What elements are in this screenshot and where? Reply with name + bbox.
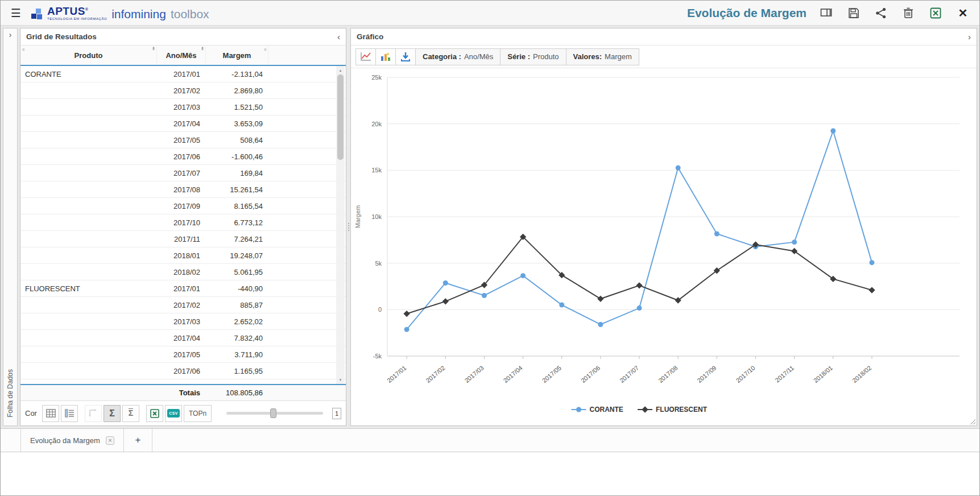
table-header: ≡ Produto ▲▼ Ano/Mês ▲▼ Margem ≡ xyxy=(20,46,346,66)
table-row[interactable]: CORANTE 2017/01 -2.131,04 xyxy=(20,66,346,82)
chart-panel: Gráfico › Categoria :Ano/Mês Série :Prod… xyxy=(350,28,977,426)
sort-icons[interactable]: ▲▼ xyxy=(201,47,204,51)
table-row[interactable]: FLUORESCENT 2017/01 -440,90 xyxy=(20,280,346,297)
table-row[interactable]: 2017/04 3.653,09 xyxy=(20,115,346,132)
resize-handle[interactable] xyxy=(970,419,975,424)
table-row[interactable]: 2017/11 7.264,21 xyxy=(20,231,346,247)
cell-ano-mes: 2017/07 xyxy=(157,169,206,177)
panel-layout-icon[interactable] xyxy=(819,6,834,20)
svg-text:2017/09: 2017/09 xyxy=(696,364,717,384)
svg-text:FLUORESCENT: FLUORESCENT xyxy=(656,406,708,414)
scroll-up-icon[interactable]: ▲ xyxy=(336,66,345,75)
table-row[interactable]: 2017/03 1.521,50 xyxy=(20,99,346,115)
app-window: ☰ APTUS® TECNOLOGIA EM INFORMAÇÃO infomi… xyxy=(0,0,980,496)
svg-text:2017/05: 2017/05 xyxy=(541,364,563,384)
cell-margem: 3.711,90 xyxy=(206,350,268,359)
cell-margem: 169,84 xyxy=(206,169,268,177)
column-header-margem[interactable]: Margem ≡ xyxy=(206,46,268,65)
svg-text:2018/01: 2018/01 xyxy=(812,364,834,384)
svg-text:2017/01: 2017/01 xyxy=(386,364,407,384)
brand-product: infomining xyxy=(111,8,166,20)
page-title: Evolução de Margem xyxy=(687,6,807,20)
close-icon[interactable]: ✕ xyxy=(956,6,970,20)
sum-average-icon[interactable]: Σ xyxy=(122,405,139,422)
category-button[interactable]: Categoria :Ano/Mês xyxy=(415,48,501,65)
table-row[interactable]: 2018/01 19.248,07 xyxy=(20,247,346,264)
sum-icon[interactable]: Σ xyxy=(104,405,121,422)
save-icon[interactable] xyxy=(846,6,861,20)
download-chart-icon[interactable] xyxy=(395,48,416,65)
tab-label: Evolução da Margem xyxy=(30,436,100,445)
table-view-icon[interactable] xyxy=(42,405,59,422)
export-excel-icon[interactable] xyxy=(928,6,943,20)
tab-evolucao-da-margem[interactable]: Evolução da Margem × xyxy=(20,429,124,452)
slider-value: 1 xyxy=(332,408,341,419)
column-menu-icon[interactable]: ≡ xyxy=(22,47,24,52)
vertical-scrollbar[interactable]: ▲ ▼ xyxy=(336,66,345,384)
svg-text:Margem: Margem xyxy=(354,205,361,228)
line-chart-icon[interactable] xyxy=(355,48,376,65)
column-header-ano-mes[interactable]: Ano/Mês ▲▼ xyxy=(157,46,206,65)
column-header-filler xyxy=(268,46,346,65)
scrollbar-thumb[interactable] xyxy=(337,75,344,160)
grid-panel-header: Grid de Resultados ‹ xyxy=(20,28,346,46)
topn-button[interactable]: TOPn xyxy=(184,405,212,422)
csv-export-icon[interactable]: CSV xyxy=(165,405,182,422)
top-bar: ☰ APTUS® TECNOLOGIA EM INFORMAÇÃO infomi… xyxy=(1,1,979,26)
tab-bar: Evolução da Margem × + xyxy=(1,428,979,452)
cell-ano-mes: 2017/01 xyxy=(157,70,206,78)
excel-export-icon[interactable] xyxy=(146,405,163,422)
table-row[interactable]: 2017/10 6.773,12 xyxy=(20,214,346,231)
cell-margem: 8.165,54 xyxy=(206,202,268,210)
table-row[interactable]: 2017/04 7.832,40 xyxy=(20,330,346,346)
menu-icon[interactable]: ☰ xyxy=(7,5,24,21)
table-row[interactable]: 2017/08 15.261,54 xyxy=(20,181,346,198)
add-tab-icon[interactable]: + xyxy=(124,429,152,452)
cell-margem: 7.832,40 xyxy=(206,334,268,342)
values-button[interactable]: Valores:Margem xyxy=(566,48,639,65)
cell-margem: -1.600,46 xyxy=(206,152,268,161)
table-row[interactable]: 2017/02 2.869,80 xyxy=(20,82,346,99)
panel-splitter[interactable] xyxy=(346,28,350,426)
cell-ano-mes: 2017/04 xyxy=(157,119,206,128)
toolbar-clipped-label: Cor xyxy=(25,409,40,418)
cell-ano-mes: 2017/05 xyxy=(157,350,206,359)
column-menu-icon[interactable]: ≡ xyxy=(264,47,266,52)
cell-ano-mes: 2017/04 xyxy=(157,334,206,342)
chart-panel-title: Gráfico xyxy=(357,32,383,41)
slider-thumb[interactable] xyxy=(270,408,276,418)
trash-icon[interactable] xyxy=(901,6,916,20)
totals-value: 108.805,86 xyxy=(206,388,268,397)
scroll-down-icon[interactable]: ▼ xyxy=(336,375,345,384)
table-row[interactable]: 2017/06 -1.600,46 xyxy=(20,148,346,165)
expand-chart-icon[interactable]: › xyxy=(968,32,971,41)
aptus-cube-icon xyxy=(31,8,43,20)
tab-close-icon[interactable]: × xyxy=(106,436,114,445)
main-area: › Folha de Dados Grid de Resultados ‹ ≡ … xyxy=(1,26,979,428)
cell-margem: 6.773,12 xyxy=(206,218,268,227)
collapse-grid-icon[interactable]: ‹ xyxy=(337,32,340,41)
svg-text:0: 0 xyxy=(378,306,382,313)
chart-type-icon[interactable] xyxy=(375,48,396,65)
column-header-produto[interactable]: ≡ Produto ▲▼ xyxy=(20,46,157,65)
expand-sidebar-icon[interactable]: › xyxy=(9,31,12,39)
table-row[interactable]: 2017/09 8.165,54 xyxy=(20,198,346,214)
table-row[interactable]: 2017/05 3.711,90 xyxy=(20,346,346,363)
table-row[interactable]: 2018/02 5.061,95 xyxy=(20,264,346,280)
cell-ano-mes: 2017/01 xyxy=(157,284,206,293)
table-row[interactable]: 2017/05 508,64 xyxy=(20,132,346,148)
pivot-view-icon[interactable] xyxy=(85,405,102,422)
svg-text:5k: 5k xyxy=(375,260,382,267)
cell-margem: 1.165,95 xyxy=(206,367,268,375)
table-row[interactable]: 2017/03 2.652,02 xyxy=(20,313,346,330)
table-row[interactable]: 2017/07 169,84 xyxy=(20,165,346,181)
sort-icons[interactable]: ▲▼ xyxy=(152,47,155,51)
svg-text:2017/10: 2017/10 xyxy=(735,364,756,384)
table-row[interactable]: 2017/06 1.165,95 xyxy=(20,363,346,379)
detail-view-icon[interactable] xyxy=(61,405,78,422)
series-button[interactable]: Série :Produto xyxy=(500,48,566,65)
rows-slider[interactable] xyxy=(226,412,323,415)
share-icon[interactable] xyxy=(874,6,888,20)
cell-ano-mes: 2017/03 xyxy=(157,317,206,326)
table-row[interactable]: 2017/02 885,87 xyxy=(20,297,346,313)
